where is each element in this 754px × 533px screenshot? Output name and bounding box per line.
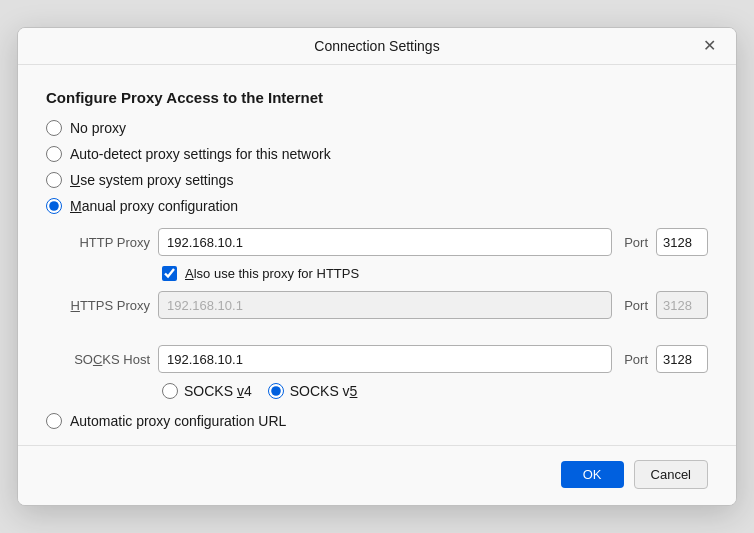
also-https-row: Also use this proxy for HTTPS: [162, 266, 708, 281]
also-https-checkbox[interactable]: [162, 266, 177, 281]
section-title: Configure Proxy Access to the Internet: [46, 89, 708, 106]
auto-url-radio[interactable]: [46, 413, 62, 429]
connection-settings-dialog: Connection Settings ✕ Configure Proxy Ac…: [17, 27, 737, 506]
http-proxy-label: HTTP Proxy: [70, 235, 150, 250]
socks-version-row: SOCKS v4 SOCKS v5: [162, 383, 708, 399]
manual-proxy-radio[interactable]: [46, 198, 62, 214]
manual-proxy-fields: HTTP Proxy Port Also use this proxy for …: [70, 228, 708, 399]
auto-detect-radio[interactable]: [46, 146, 62, 162]
auto-url-label: Automatic proxy configuration URL: [70, 413, 286, 429]
https-port-label: Port: [624, 298, 648, 313]
socks-v5-label: SOCKS v5: [290, 383, 358, 399]
socks-v4-option[interactable]: SOCKS v4: [162, 383, 252, 399]
socks-port-label: Port: [624, 352, 648, 367]
socks-host-input[interactable]: [158, 345, 612, 373]
socks-v5-radio[interactable]: [268, 383, 284, 399]
no-proxy-label: No proxy: [70, 120, 126, 136]
system-proxy-label: Use system proxy settings: [70, 172, 233, 188]
ok-button[interactable]: OK: [561, 461, 624, 488]
dialog-title: Connection Settings: [314, 38, 439, 54]
manual-proxy-label: Manual proxy configuration: [70, 198, 238, 214]
dialog-footer: OK Cancel: [18, 445, 736, 505]
http-port-input[interactable]: [656, 228, 708, 256]
auto-detect-label: Auto-detect proxy settings for this netw…: [70, 146, 331, 162]
https-proxy-input[interactable]: [158, 291, 612, 319]
no-proxy-radio[interactable]: [46, 120, 62, 136]
http-proxy-row: HTTP Proxy Port: [70, 228, 708, 256]
close-button[interactable]: ✕: [697, 36, 722, 56]
socks-v5-option[interactable]: SOCKS v5: [268, 383, 358, 399]
http-port-label: Port: [624, 235, 648, 250]
dialog-content: Configure Proxy Access to the Internet N…: [18, 65, 736, 445]
auto-url-option[interactable]: Automatic proxy configuration URL: [46, 413, 708, 429]
auto-detect-option[interactable]: Auto-detect proxy settings for this netw…: [46, 146, 708, 162]
https-port-input[interactable]: [656, 291, 708, 319]
socks-v4-label: SOCKS v4: [184, 383, 252, 399]
https-proxy-row: HTTPS Proxy Port: [70, 291, 708, 319]
cancel-button[interactable]: Cancel: [634, 460, 708, 489]
system-proxy-option[interactable]: Use system proxy settings: [46, 172, 708, 188]
system-proxy-radio[interactable]: [46, 172, 62, 188]
title-bar: Connection Settings ✕: [18, 28, 736, 65]
no-proxy-option[interactable]: No proxy: [46, 120, 708, 136]
also-https-label[interactable]: Also use this proxy for HTTPS: [185, 266, 359, 281]
proxy-options-group: No proxy Auto-detect proxy settings for …: [46, 120, 708, 214]
socks-host-label: SOCKS Host: [70, 352, 150, 367]
socks-v4-radio[interactable]: [162, 383, 178, 399]
manual-proxy-option[interactable]: Manual proxy configuration: [46, 198, 708, 214]
socks-port-input[interactable]: [656, 345, 708, 373]
socks-host-row: SOCKS Host Port: [70, 345, 708, 373]
https-proxy-label: HTTPS Proxy: [70, 298, 150, 313]
http-proxy-input[interactable]: [158, 228, 612, 256]
